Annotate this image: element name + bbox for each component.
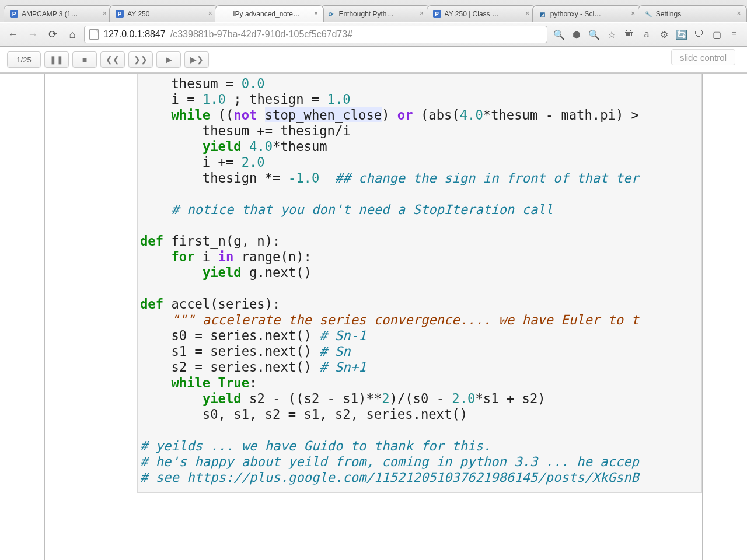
home-button[interactable]: ⌂ — [64, 26, 81, 43]
tab-favicon: P — [433, 10, 441, 18]
slide-play-button[interactable]: ▶ — [156, 51, 181, 68]
browser-tab[interactable]: ⟳Enthought Pyth…× — [320, 5, 430, 22]
slide-stop-button[interactable]: ■ — [72, 51, 97, 68]
archive-icon[interactable]: 🏛 — [623, 29, 635, 40]
slide-next-button[interactable]: ▶❯ — [184, 51, 209, 68]
tab-title: IPy advanced_note… — [233, 10, 312, 18]
tab-strip: PAMPCAMP 3 (1…×PAY 250×IPy advanced_note… — [0, 0, 747, 22]
tab-title: Settings — [656, 10, 735, 18]
shield-icon[interactable]: 🛡 — [693, 29, 705, 40]
cast-icon[interactable]: ▢ — [711, 29, 722, 40]
amazon-icon[interactable]: a — [641, 29, 652, 40]
tab-close-icon[interactable]: × — [206, 9, 214, 18]
slide-first-button[interactable]: ❮❮ — [100, 51, 125, 68]
slide-pause-button[interactable]: ❚❚ — [44, 51, 69, 68]
zoom-icon[interactable]: 🔍 — [588, 29, 600, 40]
slide-last-button[interactable]: ❯❯ — [128, 51, 153, 68]
url-path: /c339881b-97ba-42d7-910d-105cf5c67d73# — [170, 29, 352, 40]
tab-favicon: P — [116, 10, 124, 18]
slide: thesum = 0.0 i = 1.0 ; thesign = 1.0 whi… — [44, 74, 703, 560]
browser-chrome: PAMPCAMP 3 (1…×PAY 250×IPy advanced_note… — [0, 0, 747, 47]
tab-favicon: P — [10, 10, 18, 18]
forward-button[interactable]: → — [25, 26, 41, 43]
tab-close-icon[interactable]: × — [629, 9, 637, 18]
browser-tab[interactable]: ◩pythonxy - Sci…× — [532, 5, 641, 22]
browser-tab[interactable]: IPy advanced_note…× — [215, 5, 324, 22]
menu-icon[interactable]: ≡ — [728, 29, 740, 40]
tab-close-icon[interactable]: × — [100, 9, 109, 18]
address-bar[interactable]: 127.0.0.1:8847/c339881b-97ba-42d7-910d-1… — [84, 26, 547, 43]
toolbar-right-icons: 🔍⬢🔍☆🏛a⚙🔄🛡▢≡ — [551, 29, 742, 40]
tab-favicon: 🔧 — [644, 10, 652, 18]
url-host: 127.0.0.1:8847 — [103, 29, 166, 40]
tab-favicon: ◩ — [539, 10, 547, 18]
refresh-ext-icon[interactable]: 🔄 — [676, 29, 687, 40]
page-icon — [89, 29, 99, 40]
slide-control-label[interactable]: slide control — [671, 49, 735, 65]
tab-title: AY 250 — [127, 10, 206, 18]
page-body: thesum = 0.0 i = 1.0 ; thesign = 1.0 whi… — [0, 73, 747, 560]
back-button[interactable]: ← — [5, 26, 21, 43]
tab-title: pythonxy - Sci… — [550, 10, 629, 18]
tab-close-icon[interactable]: × — [312, 9, 320, 18]
toolbar: ← → ⟳ ⌂ 127.0.0.1:8847/c339881b-97ba-42d… — [0, 22, 747, 46]
reload-button[interactable]: ⟳ — [44, 26, 61, 43]
code-cell[interactable]: thesum = 0.0 i = 1.0 ; thesign = 1.0 whi… — [137, 74, 702, 493]
tab-close-icon[interactable]: × — [523, 9, 532, 18]
browser-tab[interactable]: PAMPCAMP 3 (1…× — [4, 5, 113, 22]
slide-counter: 1/25 — [7, 51, 41, 68]
adblock-icon[interactable]: ⬢ — [571, 29, 582, 40]
tab-close-icon[interactable]: × — [735, 9, 743, 18]
star-icon[interactable]: ☆ — [606, 29, 617, 40]
extension-icon-1[interactable]: 🔍 — [553, 29, 565, 40]
tab-title: AMPCAMP 3 (1… — [22, 10, 100, 18]
browser-tab[interactable]: 🔧Settings× — [638, 5, 747, 22]
settings-icon[interactable]: ⚙ — [658, 29, 670, 40]
slide-control-bar: 1/25 ❚❚ ■ ❮❮ ❯❯ ▶ ▶❯ slide control — [0, 47, 747, 73]
browser-tab[interactable]: PAY 250 | Class …× — [427, 5, 536, 22]
tab-title: Enthought Pyth… — [338, 10, 417, 18]
tab-favicon — [221, 10, 229, 18]
tab-close-icon[interactable]: × — [418, 9, 426, 18]
tab-title: AY 250 | Class … — [445, 10, 523, 18]
browser-tab[interactable]: PAY 250× — [109, 5, 218, 22]
code-block: thesum = 0.0 i = 1.0 ; thesign = 1.0 whi… — [140, 76, 699, 485]
tab-favicon: ⟳ — [327, 10, 335, 18]
